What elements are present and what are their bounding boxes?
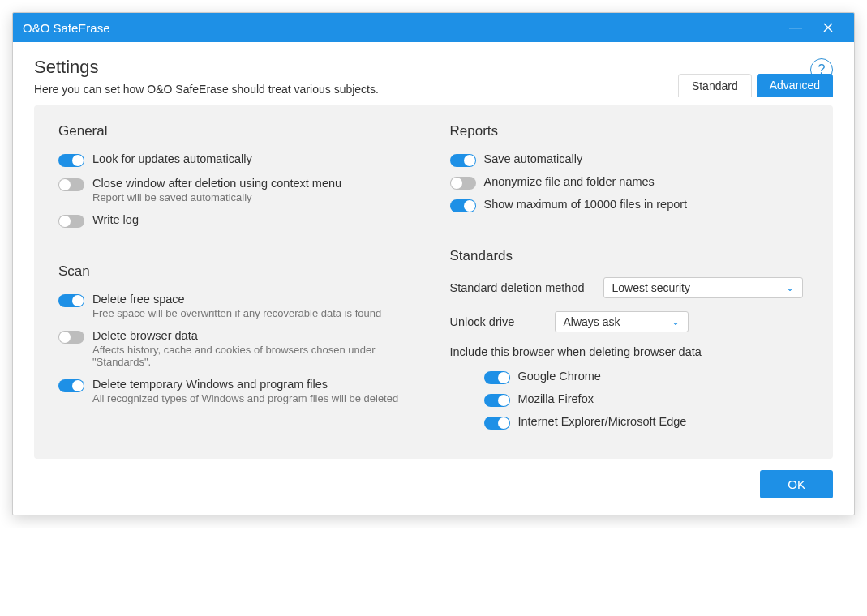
toggle-free-space[interactable] [58, 294, 84, 307]
close-button[interactable] [812, 13, 844, 42]
label-edge: Internet Explorer/Microsoft Edge [518, 415, 687, 428]
label-deletion-method: Standard deletion method [450, 281, 592, 294]
toggle-updates[interactable] [58, 154, 84, 167]
label-save-auto: Save automatically [484, 152, 583, 165]
titlebar: O&O SafeErase — [13, 13, 854, 42]
toggle-max-files[interactable] [450, 199, 476, 212]
label-max-files: Show maximum of 10000 files in report [484, 198, 688, 211]
select-unlock-value: Always ask [564, 315, 620, 328]
toggle-firefox[interactable] [484, 394, 510, 407]
section-title-general: General [58, 123, 418, 139]
section-standards: Standards Standard deletion method Lowes… [450, 248, 809, 430]
settings-panel: General Look for updates automatically C… [34, 105, 833, 459]
minimize-button[interactable]: — [779, 13, 812, 42]
label-temp-files: Delete temporary Windows and program fil… [92, 378, 398, 391]
section-general: General Look for updates automatically C… [58, 123, 418, 228]
section-title-scan: Scan [58, 263, 418, 280]
section-reports: Reports Save automatically Anonymize fil… [450, 123, 809, 212]
label-firefox: Mozilla Firefox [518, 392, 594, 405]
select-deletion-value: Lowest security [612, 281, 690, 294]
toggle-chrome[interactable] [484, 371, 510, 384]
tab-advanced[interactable]: Advanced [757, 74, 833, 97]
chevron-down-icon: ⌄ [672, 316, 680, 327]
section-title-reports: Reports [450, 123, 809, 139]
settings-window: O&O SafeErase — Settings Here you can se… [12, 12, 855, 515]
label-close-window: Close window after deletion using contex… [92, 177, 341, 190]
label-anonymize: Anonymize file and folder names [484, 175, 655, 188]
label-write-log: Write log [92, 213, 139, 226]
ok-button[interactable]: OK [760, 470, 833, 498]
label-unlock-drive: Unlock drive [450, 315, 543, 328]
label-browser-data: Delete browser data [92, 329, 418, 342]
label-chrome: Google Chrome [518, 370, 601, 383]
toggle-write-log[interactable] [58, 215, 84, 228]
section-scan: Scan Delete free space Free space will b… [58, 263, 418, 404]
close-icon [823, 23, 833, 32]
toggle-close-window[interactable] [58, 178, 84, 191]
select-deletion-method[interactable]: Lowest security ⌄ [603, 277, 803, 298]
toggle-save-auto[interactable] [450, 154, 476, 167]
toggle-edge[interactable] [484, 417, 510, 430]
chevron-down-icon: ⌄ [786, 282, 794, 293]
desc-temp-files: All recognized types of Windows and prog… [92, 392, 398, 404]
label-free-space: Delete free space [92, 293, 381, 306]
label-include-browser: Include this browser when deleting brows… [450, 345, 809, 358]
desc-browser-data: Affects history, cache and cookies of br… [92, 344, 418, 368]
select-unlock-drive[interactable]: Always ask ⌄ [555, 311, 689, 332]
toggle-browser-data[interactable] [58, 331, 84, 344]
section-title-standards: Standards [450, 248, 809, 264]
tab-standard[interactable]: Standard [678, 74, 752, 97]
tabs: Standard Advanced [678, 74, 833, 97]
label-updates: Look for updates automatically [92, 152, 252, 165]
desc-free-space: Free space will be overwritten if any re… [92, 307, 381, 319]
toggle-temp-files[interactable] [58, 379, 84, 392]
desc-close-window: Report will be saved automatically [92, 191, 341, 203]
toggle-anonymize[interactable] [450, 177, 476, 190]
app-title: O&O SafeErase [23, 21, 779, 35]
